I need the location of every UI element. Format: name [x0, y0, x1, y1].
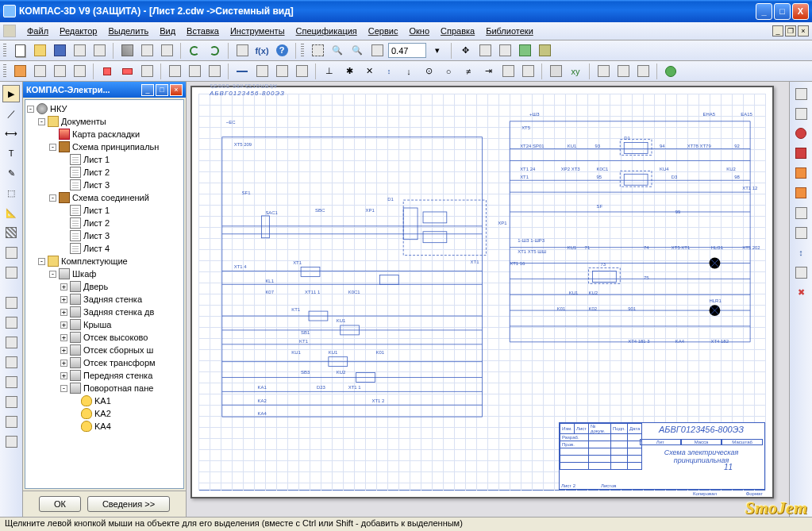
tree[interactable]: -НКУ -Документы Карта раскладки -Схема п… — [25, 99, 184, 489]
tool-e3[interactable]: ✕ — [360, 63, 378, 80]
tool-e6[interactable]: ⊙ — [420, 63, 437, 80]
rtool-10[interactable] — [792, 264, 810, 281]
zoom-in-button[interactable]: 🔍 — [329, 42, 346, 60]
help-button[interactable]: ? — [273, 42, 291, 60]
print-button[interactable] — [71, 42, 88, 60]
info-button[interactable]: Сведения >> — [87, 496, 170, 512]
zoom-fit-button[interactable] — [309, 42, 326, 60]
tool-d2[interactable] — [253, 63, 271, 80]
tree-back1[interactable]: +Задняя стенка — [27, 293, 182, 306]
tree-connections[interactable]: -Схема соединений — [27, 191, 182, 204]
tree-documents[interactable]: -Документы — [27, 115, 182, 128]
tree-csheet1[interactable]: Лист 1 — [27, 204, 182, 217]
ltool-15[interactable] — [2, 373, 20, 391]
panel-close[interactable]: × — [170, 84, 183, 96]
ltool-dim[interactable]: ⟷ — [2, 125, 20, 142]
tree-roof[interactable]: +Крыша — [27, 318, 182, 331]
rtool-4[interactable] — [792, 144, 810, 162]
ltool-17[interactable] — [2, 413, 20, 430]
tool-e2[interactable]: ✱ — [341, 63, 358, 80]
menu-service[interactable]: Сервис — [364, 25, 403, 37]
tree-bay-tr[interactable]: +Отсек трансформ — [27, 356, 182, 369]
tree-components[interactable]: -Комплектующие — [27, 255, 182, 267]
tree-layout[interactable]: Карта раскладки — [27, 128, 182, 140]
menu-spec[interactable]: Спецификация — [291, 25, 362, 37]
tool-e7[interactable]: ○ — [440, 63, 457, 80]
mdi-restore[interactable]: ❐ — [785, 25, 796, 37]
tree-csheet3[interactable]: Лист 3 — [27, 229, 182, 242]
panel-maximize[interactable]: □ — [156, 84, 168, 96]
tool-b1[interactable] — [98, 63, 116, 80]
panel-minimize[interactable]: _ — [141, 84, 154, 96]
tool-a4[interactable] — [71, 63, 88, 80]
tree-csheet4[interactable]: Лист 4 — [27, 242, 182, 255]
ltool-text[interactable]: T — [2, 144, 20, 162]
pan-button[interactable]: ✥ — [456, 42, 474, 60]
ltool-13[interactable] — [2, 333, 20, 351]
tool-b3[interactable] — [138, 63, 156, 80]
rtool-9[interactable]: ↕ — [792, 244, 810, 261]
menu-tools[interactable]: Инструменты — [225, 25, 290, 37]
copy-button[interactable] — [138, 42, 156, 60]
tool-e1[interactable]: ⊥ — [321, 63, 338, 80]
tree-sheet1[interactable]: Лист 1 — [27, 153, 182, 166]
menu-help[interactable]: Справка — [436, 25, 479, 37]
drawing-sheet[interactable]: ƐЄ008-95hƐZ10ЛВϑА АБВГ0123456-800ЭЗ — [190, 86, 774, 498]
tool-b2[interactable] — [118, 63, 136, 80]
menu-edit[interactable]: Редактор — [55, 25, 102, 37]
tree-back2[interactable]: +Задняя стенка дв — [27, 306, 182, 318]
tree-sheet3[interactable]: Лист 3 — [27, 179, 182, 191]
redraw-button[interactable] — [516, 42, 533, 60]
tree-sheet2[interactable]: Лист 2 — [27, 166, 182, 179]
canvas[interactable]: ƐЄ008-95hƐZ10ЛВϑА АБВГ0123456-800ЭЗ — [187, 82, 789, 517]
rtool-8[interactable] — [792, 224, 810, 241]
ok-button[interactable]: ОК — [39, 496, 81, 512]
tree-bay-bus[interactable]: +Отсек сборных ш — [27, 344, 182, 356]
minimize-button[interactable]: _ — [756, 3, 772, 20]
tool-f1[interactable] — [547, 63, 564, 80]
tool-c1[interactable] — [166, 63, 183, 80]
tool-e11[interactable] — [519, 63, 537, 80]
tool-a3[interactable] — [51, 63, 68, 80]
tree-front[interactable]: +Передняя стенка — [27, 369, 182, 382]
tool-d3[interactable] — [273, 63, 291, 80]
tool-a2[interactable] — [31, 63, 48, 80]
ltool-18[interactable] — [2, 433, 20, 450]
ltool-14[interactable] — [2, 353, 20, 371]
tree-ka2[interactable]: KA2 — [27, 407, 182, 420]
zoom-window-button[interactable] — [368, 42, 386, 60]
tool-e5[interactable]: ↓ — [400, 63, 418, 80]
tool-e8[interactable]: ≠ — [460, 63, 477, 80]
rtool-11[interactable]: ✖ — [792, 283, 810, 301]
tool-h1[interactable] — [662, 63, 679, 80]
refresh-button[interactable] — [536, 42, 553, 60]
ltool-11[interactable] — [2, 294, 20, 311]
tree-bay-hv[interactable]: +Отсек высоково — [27, 331, 182, 344]
rtool-7[interactable] — [792, 204, 810, 221]
menu-insert[interactable]: Вставка — [182, 25, 224, 37]
tool-d4[interactable] — [293, 63, 310, 80]
tool-g3[interactable] — [634, 63, 652, 80]
tree-ka1[interactable]: KA1 — [27, 394, 182, 407]
maximize-button[interactable]: □ — [774, 3, 791, 20]
vars-button[interactable]: f(x) — [253, 42, 271, 60]
zoom-input[interactable] — [388, 43, 426, 58]
ltool-line[interactable]: ／ — [2, 105, 20, 122]
tree-schematic[interactable]: -Схема принципиальн — [27, 140, 182, 153]
menu-select[interactable]: Выделить — [103, 25, 153, 37]
menu-view[interactable]: Вид — [155, 25, 180, 37]
ltool-9[interactable] — [2, 244, 20, 261]
tool-g2[interactable] — [614, 63, 632, 80]
undo-button[interactable] — [186, 42, 203, 60]
ltool-16[interactable] — [2, 393, 20, 410]
tree-csheet2[interactable]: Лист 2 — [27, 217, 182, 229]
redo-button[interactable] — [206, 42, 223, 60]
mdi-minimize[interactable]: _ — [772, 25, 783, 37]
close-button[interactable]: X — [792, 3, 809, 20]
orbit-button[interactable] — [476, 42, 494, 60]
menu-libs[interactable]: Библиотеки — [481, 25, 538, 37]
open-button[interactable] — [31, 42, 48, 60]
rtool-3[interactable] — [792, 125, 810, 142]
tool-g1[interactable] — [595, 63, 612, 80]
tool-f2[interactable]: xy — [567, 63, 584, 80]
